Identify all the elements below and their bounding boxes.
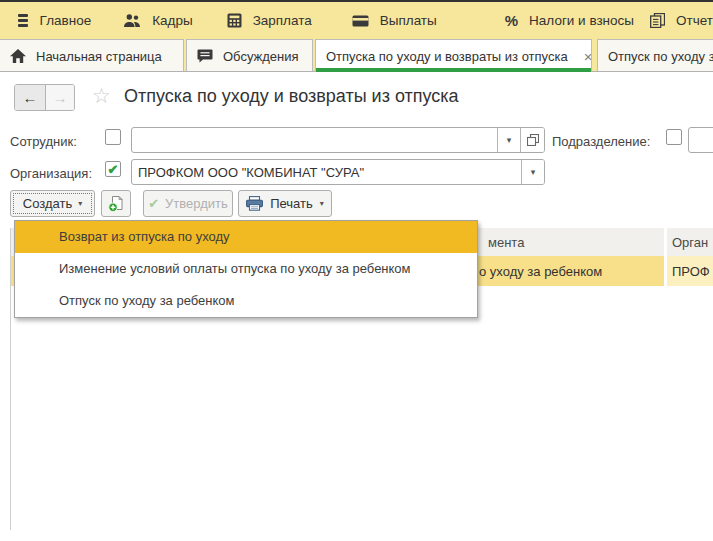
organization-value[interactable]: ПРОФКОМ ООО "КОМБИНАТ "СУРА" — [132, 160, 521, 184]
menu-item-return-from-care-leave[interactable]: Возврат из отпуска по уходу — [15, 221, 477, 253]
history-nav-group: ← → — [14, 84, 75, 111]
menu-item-kadry[interactable]: Кадры — [123, 13, 192, 28]
new-document-copy-icon — [108, 196, 124, 212]
menu-item-zarplata[interactable]: Зарплата — [227, 13, 312, 28]
table-row-fragment: о уходу за ребенком — [479, 264, 602, 279]
forward-button: → — [46, 85, 74, 110]
menu-item-nalogi[interactable]: % Налоги и взносы — [505, 12, 634, 29]
documents-icon — [650, 13, 665, 28]
main-menu-bar: Главное Кадры — [0, 2, 713, 39]
employee-label: Сотрудник: — [10, 134, 77, 149]
tab-home-page[interactable]: Начальная страница — [0, 39, 184, 72]
back-button[interactable]: ← — [15, 85, 46, 110]
menu-item-vyplaty[interactable]: Выплаты — [352, 13, 437, 28]
chat-icon — [197, 49, 213, 63]
department-checkbox[interactable] — [666, 129, 682, 145]
menu-item-label: Отчет — [676, 13, 713, 28]
tab-label: Начальная страница — [36, 49, 162, 64]
check-icon: ✔ — [148, 196, 159, 211]
chevron-down-icon[interactable]: ▾ — [521, 160, 544, 184]
organization-combo[interactable]: ПРОФКОМ ООО "КОМБИНАТ "СУРА" ▾ — [131, 159, 545, 185]
create-by-copy-button[interactable] — [101, 190, 131, 217]
approve-button-label: Утвердить — [165, 196, 228, 211]
menu-item-label: Кадры — [152, 13, 192, 28]
chevron-down-icon[interactable]: ▾ — [497, 128, 520, 152]
employee-combo[interactable]: ▾ — [131, 127, 545, 153]
organization-label: Организация: — [10, 166, 92, 181]
menu-item-otchet[interactable]: Отчет — [650, 13, 713, 28]
tab-care-leaves-active[interactable]: Отпуска по уходу и возвраты из отпуска × — [315, 39, 592, 72]
organization-checkbox[interactable]: ✔ — [105, 161, 121, 177]
menu-item-label: Главное — [40, 13, 92, 28]
table-row-fragment: ПРОФ — [672, 264, 710, 279]
menu-item-change-care-leave-payment[interactable]: Изменение условий оплаты отпуска по уход… — [15, 253, 477, 285]
favorite-star-icon[interactable]: ☆ — [92, 84, 111, 108]
table-header-fragment: Орган — [672, 235, 708, 250]
home-icon — [10, 49, 26, 63]
print-button-label: Печать — [270, 196, 313, 211]
page-title: Отпуска по уходу и возвраты из отпуска — [124, 86, 459, 107]
employee-checkbox[interactable] — [105, 129, 121, 145]
menu-item-label: Налоги и взносы — [529, 13, 634, 28]
printer-icon — [246, 196, 263, 211]
percent-icon: % — [505, 12, 518, 29]
menu-item-glavnoe[interactable]: Главное — [40, 13, 92, 28]
tab-bar: Начальная страница Обсуждения Отпуска по… — [0, 39, 713, 72]
approve-button[interactable]: ✔ Утвердить — [143, 190, 233, 217]
calculator-icon — [227, 13, 242, 28]
create-dropdown-menu: Возврат из отпуска по уходу Изменение ус… — [14, 220, 478, 318]
menu-item-child-care-leave[interactable]: Отпуск по уходу за ребенком — [15, 285, 477, 317]
chevron-down-icon: ▾ — [78, 199, 82, 208]
app-window: Главное Кадры — [0, 0, 713, 541]
print-button[interactable]: Печать ▾ — [238, 190, 332, 217]
employee-value[interactable] — [132, 128, 497, 152]
card-icon — [352, 15, 369, 27]
tab-label: Отпуска по уходу и возвраты из отпуска — [326, 49, 568, 64]
menu-item-label: Выплаты — [380, 13, 437, 28]
close-icon[interactable]: × — [584, 49, 592, 64]
hamburger-icon[interactable] — [18, 14, 28, 27]
create-button-label: Создать — [23, 196, 72, 211]
tab-care-leave-document[interactable]: Отпуск по уходу з — [597, 39, 713, 72]
department-label: Подразделение: — [552, 134, 650, 149]
table-header-fragment: мента — [488, 235, 524, 250]
menu-item-label: Зарплата — [253, 13, 312, 28]
department-field[interactable] — [688, 127, 713, 153]
tab-label: Отпуск по уходу з — [608, 49, 713, 64]
chevron-down-icon: ▾ — [320, 199, 324, 208]
open-icon[interactable] — [520, 128, 544, 152]
check-icon: ✔ — [108, 162, 119, 177]
tab-discussions[interactable]: Обсуждения — [186, 39, 313, 72]
active-tab-underline — [316, 68, 591, 72]
people-icon — [123, 14, 141, 27]
create-button[interactable]: Создать ▾ — [10, 190, 95, 217]
tab-label: Обсуждения — [223, 49, 299, 64]
